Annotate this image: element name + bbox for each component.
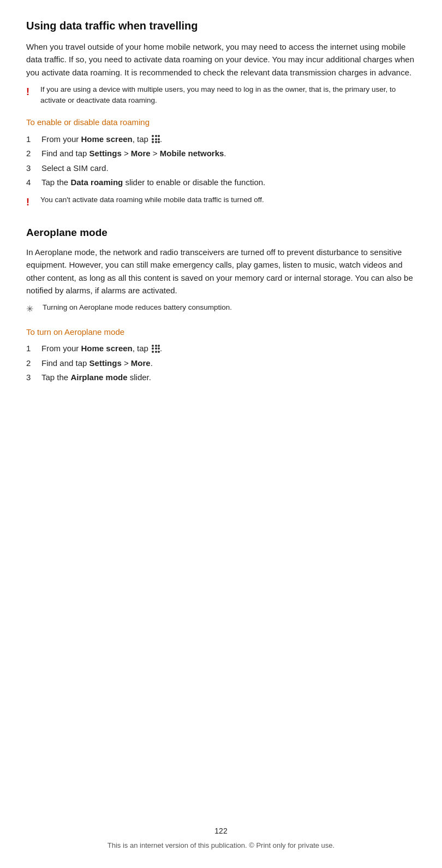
turn-on-aeroplane-heading: To turn on Aeroplane mode: [26, 326, 416, 338]
enable-disable-steps: 1 From your Home screen, tap . 2 Find an…: [26, 133, 416, 189]
bold-home-screen-1: Home screen: [81, 134, 133, 144]
step-num-2: 2: [26, 147, 41, 160]
step-content-1: From your Home screen, tap .: [41, 133, 416, 146]
footer-note: This is an internet version of this publ…: [0, 840, 442, 851]
warning-block-1: ! If you are using a device with multipl…: [26, 84, 416, 107]
tip-icon: ✳: [26, 303, 38, 316]
aeroplane-step-2: 2 Find and tap Settings > More.: [26, 357, 416, 370]
aeroplane-steps: 1 From your Home screen, tap . 2 Find an…: [26, 343, 416, 384]
section-heading-data-traffic: Using data traffic when travelling: [26, 17, 416, 34]
enable-disable-heading: To enable or disable data roaming: [26, 116, 416, 128]
intro-paragraph-data-traffic: When you travel outside of your home mob…: [26, 40, 416, 79]
page-footer: 122 This is an internet version of this …: [0, 825, 442, 851]
warning-text-2: You can't activate data roaming while mo…: [40, 194, 264, 205]
warning-text-1: If you are using a device with multiple …: [40, 84, 416, 107]
bold-settings-1: Settings: [89, 149, 122, 158]
bold-home-screen-2: Home screen: [81, 344, 133, 353]
apps-grid-icon-1: [152, 135, 160, 143]
bold-data-roaming: Data roaming: [70, 178, 123, 187]
step-4: 4 Tap the Data roaming slider to enable …: [26, 176, 416, 189]
aeroplane-step-3: 3 Tap the Airplane mode slider.: [26, 371, 416, 384]
aeroplane-step-num-2: 2: [26, 357, 41, 370]
tip-block: ✳ Turning on Aeroplane mode reduces batt…: [26, 302, 416, 316]
aeroplane-step-content-2: Find and tap Settings > More.: [41, 357, 416, 370]
aeroplane-step-content-1: From your Home screen, tap .: [41, 343, 416, 355]
step-content-3: Select a SIM card.: [41, 162, 416, 175]
bold-settings-2: Settings: [89, 358, 122, 368]
step-1: 1 From your Home screen, tap .: [26, 133, 416, 146]
step-num-3: 3: [26, 162, 41, 175]
bold-airplane-mode: Airplane mode: [70, 373, 127, 382]
aeroplane-step-content-3: Tap the Airplane mode slider.: [41, 371, 416, 384]
bold-more-2: More: [131, 358, 151, 368]
warning-icon-1: !: [26, 85, 36, 99]
step-3: 3 Select a SIM card.: [26, 162, 416, 175]
section-heading-aeroplane: Aeroplane mode: [26, 225, 416, 241]
step-content-4: Tap the Data roaming slider to enable or…: [41, 176, 416, 189]
apps-grid-icon-2: [152, 345, 160, 353]
aeroplane-step-num-3: 3: [26, 371, 41, 384]
step-num-4: 4: [26, 176, 41, 189]
page-number: 122: [0, 825, 442, 837]
aeroplane-step-num-1: 1: [26, 343, 41, 355]
warning-block-2: ! You can't activate data roaming while …: [26, 194, 416, 210]
step-num-1: 1: [26, 133, 41, 146]
aeroplane-step-1: 1 From your Home screen, tap .: [26, 343, 416, 355]
bold-mobile-networks: Mobile networks: [160, 149, 224, 158]
step-2: 2 Find and tap Settings > More > Mobile …: [26, 147, 416, 160]
bold-more-1: More: [131, 149, 151, 158]
warning-icon-2: !: [26, 195, 36, 210]
step-content-2: Find and tap Settings > More > Mobile ne…: [41, 147, 416, 160]
tip-text: Turning on Aeroplane mode reduces batter…: [43, 302, 232, 313]
intro-paragraph-aeroplane: In Aeroplane mode, the network and radio…: [26, 246, 416, 297]
